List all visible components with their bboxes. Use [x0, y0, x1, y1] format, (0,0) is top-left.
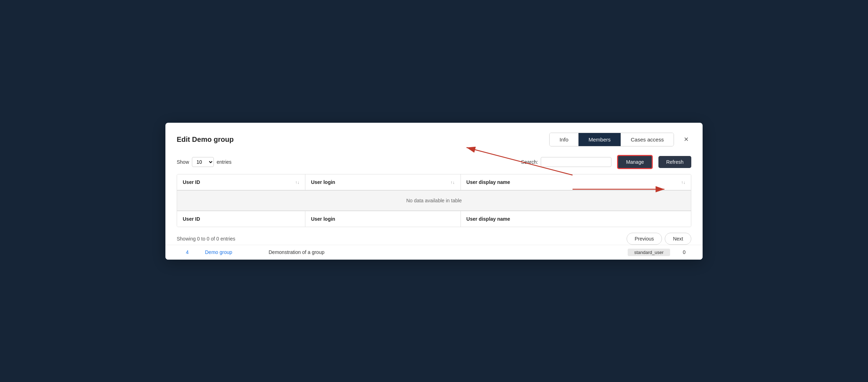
col-user-id[interactable]: User ID ↑↓ [177, 174, 305, 190]
manage-button[interactable]: Manage [617, 155, 653, 169]
table-header: User ID ↑↓ User login ↑↓ User display na… [177, 174, 691, 190]
no-data-message: No data available in table [177, 190, 691, 211]
footer-col-user-login: User login [305, 211, 461, 227]
footer-col-user-id: User ID [177, 211, 305, 227]
close-button[interactable]: × [681, 134, 691, 145]
sort-icon-user-display-name: ↑↓ [681, 180, 685, 185]
tab-info[interactable]: Info [550, 133, 579, 146]
tab-group: Info Members Cases access [549, 133, 674, 146]
show-entries-control: Show 10 25 50 100 entries [177, 157, 231, 167]
sort-icon-user-login: ↑↓ [451, 180, 455, 185]
entries-select[interactable]: 10 25 50 100 [192, 157, 214, 167]
table-footer-header: User ID User login User display name [177, 211, 691, 227]
bg-row-count: 0 [677, 249, 691, 255]
previous-button[interactable]: Previous [627, 233, 662, 245]
search-area: Search: [521, 157, 611, 167]
modal-backdrop: Edit Demo group Info Members Cases acces… [0, 0, 868, 382]
modal-inner: Edit Demo group Info Members Cases acces… [177, 133, 691, 260]
col-user-display-name[interactable]: User display name ↑↓ [461, 174, 691, 190]
next-button[interactable]: Next [665, 233, 691, 245]
modal-header: Edit Demo group Info Members Cases acces… [177, 133, 691, 146]
members-table-container: User ID ↑↓ User login ↑↓ User display na… [177, 174, 691, 227]
pagination: Previous Next [627, 233, 691, 245]
refresh-button[interactable]: Refresh [658, 156, 691, 168]
no-data-row: No data available in table [177, 190, 691, 211]
background-table-row: 4 Demo group Demonstration of a group st… [165, 245, 703, 260]
search-label: Search: [521, 159, 538, 165]
members-table: User ID ↑↓ User login ↑↓ User display na… [177, 174, 691, 227]
show-label: Show [177, 159, 189, 165]
search-input[interactable] [541, 157, 611, 167]
table-body: No data available in table [177, 190, 691, 211]
bg-row-id[interactable]: 4 [177, 249, 198, 255]
bg-row-description: Demonstration of a group [269, 249, 621, 255]
entries-label: entries [217, 159, 231, 165]
modal-title: Edit Demo group [177, 135, 234, 144]
tab-cases-access[interactable]: Cases access [621, 133, 674, 146]
entries-info: Showing 0 to 0 of 0 entries [177, 236, 235, 242]
bg-row-role: standard_user [628, 249, 670, 256]
bg-row-name[interactable]: Demo group [205, 249, 262, 255]
footer-col-user-display-name: User display name [461, 211, 691, 227]
sort-icon-user-id: ↑↓ [295, 180, 299, 185]
tab-members[interactable]: Members [579, 133, 621, 146]
table-footer: Showing 0 to 0 of 0 entries Previous Nex… [177, 233, 691, 245]
edit-group-modal: Edit Demo group Info Members Cases acces… [165, 123, 703, 260]
col-user-login[interactable]: User login ↑↓ [305, 174, 461, 190]
right-toolbar: Search: Manage Refresh [521, 155, 691, 169]
